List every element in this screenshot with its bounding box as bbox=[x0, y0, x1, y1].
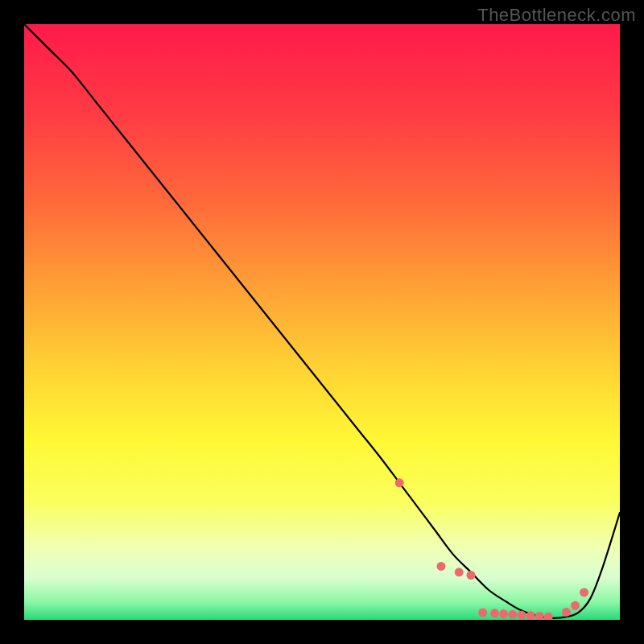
chart-container bbox=[24, 24, 620, 620]
highlight-marker bbox=[455, 568, 464, 576]
chart-svg bbox=[24, 24, 620, 620]
chart-background bbox=[24, 24, 620, 620]
highlight-marker bbox=[571, 601, 580, 610]
highlight-marker bbox=[437, 562, 446, 571]
watermark-text: TheBottleneck.com bbox=[477, 5, 636, 26]
highlight-marker bbox=[580, 588, 588, 597]
highlight-marker bbox=[395, 478, 404, 487]
highlight-marker bbox=[562, 608, 571, 617]
highlight-marker bbox=[508, 610, 517, 619]
highlight-marker bbox=[478, 609, 487, 617]
highlight-marker bbox=[490, 609, 499, 617]
highlight-marker bbox=[467, 571, 476, 580]
highlight-marker bbox=[517, 611, 526, 620]
highlight-marker bbox=[526, 611, 535, 620]
highlight-marker bbox=[499, 609, 508, 618]
